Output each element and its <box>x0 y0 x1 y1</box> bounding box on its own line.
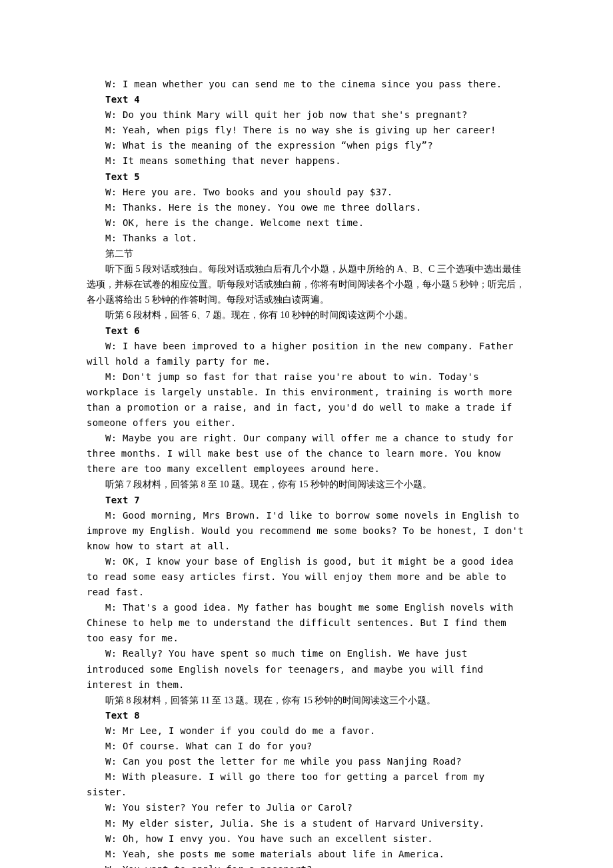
body-line: M: Good morning, Mrs Brown. I'd like to … <box>87 508 526 554</box>
body-line: W: You sister? You refer to Julia or Car… <box>87 800 526 815</box>
body-line: W: Oh, how I envy you. You have such an … <box>87 831 526 847</box>
section-heading: Text 5 <box>87 169 526 185</box>
body-line: M: Of course. What can I do for you? <box>87 739 526 754</box>
body-line: M: Yeah, when pigs fly! There is no way … <box>87 123 526 138</box>
body-line: W: What is the meaning of the expression… <box>87 138 526 153</box>
body-line: M: It means something that never happens… <box>87 153 526 169</box>
body-line: W: OK, here is the change. Welcome next … <box>87 215 526 231</box>
body-line: M: My elder sister, Julia. She is a stud… <box>87 816 526 831</box>
document-body: W: I mean whether you can send me to the… <box>87 77 526 868</box>
body-line: W: Mr Lee, I wonder if you could do me a… <box>87 723 526 739</box>
body-line: 第二节 <box>87 246 526 261</box>
body-line: 听第 7 段材料，回答第 8 至 10 题。现在，你有 15 秒钟的时间阅读这三… <box>87 477 526 492</box>
section-heading: Text 8 <box>87 708 526 723</box>
document-page: W: I mean whether you can send me to the… <box>0 0 613 868</box>
body-line: M: Don't jump so fast for that raise you… <box>87 369 526 431</box>
body-line: M: That's a good idea. My father has bou… <box>87 600 526 646</box>
body-line: W: Here you are. Two books and you shoul… <box>87 185 526 200</box>
body-line: W: Do you think Mary will quit her job n… <box>87 107 526 123</box>
body-line: M: Yeah, she posts me some materials abo… <box>87 847 526 862</box>
body-line: M: Thanks. Here is the money. You owe me… <box>87 200 526 215</box>
body-line: W: Can you post the letter for me while … <box>87 754 526 769</box>
body-line: M: Thanks a lot. <box>87 231 526 246</box>
body-line: 听第 8 段材料，回答第 11 至 13 题。现在，你有 15 秒钟的时间阅读这… <box>87 693 526 708</box>
body-line: 听下面 5 段对话或独白。每段对话或独白后有几个小题，从题中所给的 A、B、C … <box>87 261 526 307</box>
section-heading: Text 4 <box>87 92 526 107</box>
body-line: W: You want to apply for a passport? <box>87 862 526 868</box>
body-line: W: Maybe you are right. Our company will… <box>87 431 526 477</box>
section-heading: Text 6 <box>87 323 526 339</box>
body-line: W: Really? You have spent so much time o… <box>87 646 526 692</box>
section-heading: Text 7 <box>87 493 526 508</box>
body-line: W: OK, I know your base of English is go… <box>87 554 526 600</box>
body-line: M: With pleasure. I will go there too fo… <box>87 769 526 800</box>
body-line: 听第 6 段材料，回答 6、7 题。现在，你有 10 秒钟的时间阅读这两个小题。 <box>87 307 526 323</box>
body-line: W: I have been improved to a higher posi… <box>87 339 526 369</box>
body-line: W: I mean whether you can send me to the… <box>87 77 526 92</box>
